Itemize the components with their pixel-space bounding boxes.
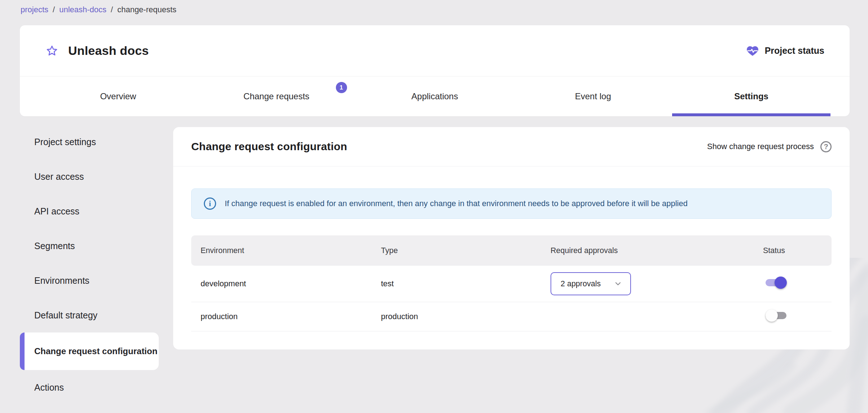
show-process-label: Show change request process — [707, 142, 814, 151]
tab-change-requests[interactable]: Change requests 1 — [197, 77, 356, 116]
info-icon: i — [204, 197, 216, 210]
favorite-star-icon[interactable] — [45, 44, 59, 58]
info-alert-text: If change request is enabled for an envi… — [225, 199, 688, 208]
sidebar-item-change-request-configuration[interactable]: Change request configuration — [20, 332, 159, 370]
breadcrumb-current: change-requests — [117, 5, 176, 14]
question-mark-icon[interactable]: ? — [820, 141, 832, 152]
table-header-row: Environment Type Required approvals Stat… — [191, 235, 832, 266]
table-row-production: production production — [191, 302, 832, 331]
breadcrumb: projects / unleash-docs / change-request… — [21, 5, 176, 14]
tab-overview[interactable]: Overview — [39, 77, 197, 116]
heart-pulse-icon — [746, 44, 759, 57]
type-cell: production — [372, 312, 541, 321]
settings-sidebar: Project settings User access API access … — [20, 125, 159, 405]
required-approvals-value: 2 approvals — [561, 279, 601, 288]
status-toggle-production[interactable] — [766, 309, 787, 322]
breadcrumb-separator: / — [111, 5, 113, 14]
page: projects / unleash-docs / change-request… — [0, 0, 868, 413]
project-status-label: Project status — [765, 45, 824, 56]
sidebar-item-actions[interactable]: Actions — [20, 370, 159, 405]
change-request-configuration-panel: Change request configuration Show change… — [173, 127, 850, 349]
environment-cell: development — [191, 279, 372, 288]
status-toggle-development[interactable] — [766, 277, 787, 289]
sidebar-item-api-access[interactable]: API access — [20, 194, 159, 229]
chevron-down-icon — [614, 279, 622, 288]
sidebar-item-default-strategy[interactable]: Default strategy — [20, 298, 159, 332]
panel-header: Change request configuration Show change… — [173, 127, 850, 166]
column-header-status: Status — [763, 246, 832, 255]
breadcrumb-link-project[interactable]: unleash-docs — [59, 5, 106, 14]
column-header-required-approvals: Required approvals — [541, 246, 763, 255]
breadcrumb-link-projects[interactable]: projects — [21, 5, 48, 14]
panel-title: Change request configuration — [191, 140, 347, 153]
column-header-environment: Environment — [191, 246, 372, 255]
page-title: Unleash docs — [68, 44, 149, 58]
sidebar-item-environments[interactable]: Environments — [20, 263, 159, 298]
active-item-bar — [20, 332, 25, 370]
sidebar-item-user-access[interactable]: User access — [20, 159, 159, 194]
environments-table: Environment Type Required approvals Stat… — [191, 235, 832, 331]
project-header-card: Unleash docs Project status Overview Cha… — [20, 25, 850, 116]
info-alert: i If change request is enabled for an en… — [191, 188, 832, 219]
active-tab-indicator — [672, 113, 830, 116]
project-header-row: Unleash docs Project status — [20, 25, 850, 76]
tab-settings[interactable]: Settings — [672, 77, 830, 116]
column-header-type: Type — [372, 246, 541, 255]
tab-event-log[interactable]: Event log — [514, 77, 672, 116]
sidebar-item-segments[interactable]: Segments — [20, 229, 159, 263]
required-approvals-select[interactable]: 2 approvals — [551, 272, 631, 295]
project-status-widget[interactable]: Project status — [746, 44, 824, 57]
environment-cell: production — [191, 312, 372, 321]
tab-applications[interactable]: Applications — [356, 77, 514, 116]
breadcrumb-separator: / — [53, 5, 55, 14]
type-cell: test — [372, 279, 541, 288]
change-requests-count-badge: 1 — [336, 82, 347, 93]
sidebar-item-project-settings[interactable]: Project settings — [20, 125, 159, 159]
panel-divider — [173, 166, 850, 166]
table-row-development: development test 2 approvals — [191, 266, 832, 302]
project-tabs: Overview Change requests 1 Applications … — [39, 77, 830, 116]
